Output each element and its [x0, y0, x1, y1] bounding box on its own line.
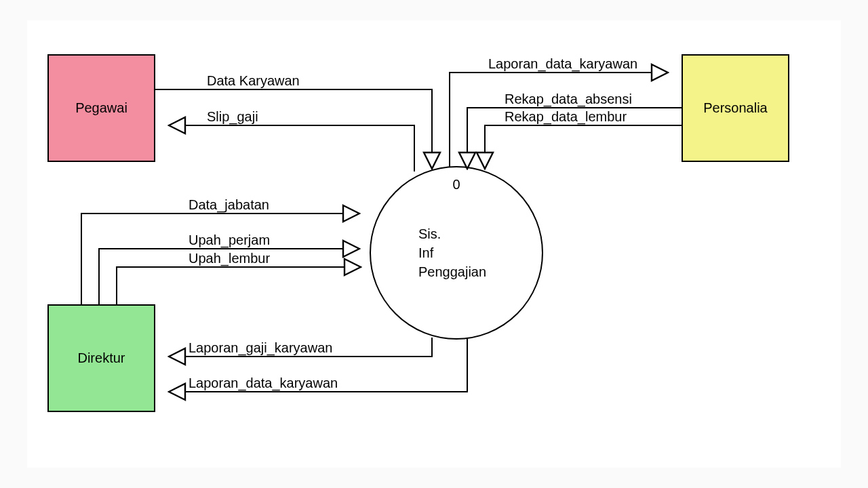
entity-personalia-label: Personalia [703, 100, 768, 116]
process-label: Sis. Inf Penggajian [418, 224, 486, 281]
flow-label-slip-gaji: Slip_gaji [207, 109, 258, 125]
entity-direktur: Direktur [47, 304, 155, 412]
flow-label-upah-lembur: Upah_lembur [189, 251, 270, 266]
flow-upah-lembur [117, 267, 359, 304]
flow-label-rekap-data-absensi: Rekap_data_absensi [505, 92, 632, 107]
flow-label-data-jabatan: Data_jabatan [189, 197, 269, 213]
entity-direktur-label: Direktur [77, 350, 125, 366]
process-0: 0 Sis. Inf Penggajian [370, 166, 543, 340]
flow-slip-gaji [170, 125, 414, 171]
flow-label-upah-perjam: Upah_perjam [189, 232, 270, 248]
flow-data-karyawan [155, 89, 432, 167]
flow-label-data-karyawan: Data Karyawan [207, 73, 300, 89]
flow-label-rekap-data-lembur: Rekap_data_lembur [505, 109, 627, 125]
flow-label-laporan-data-karyawan-top: Laporan_data_karyawan [488, 56, 637, 72]
entity-personalia: Personalia [682, 54, 789, 162]
entity-pegawai: Pegawai [47, 54, 155, 162]
flow-label-laporan-gaji-karyawan: Laporan_gaji_karyawan [189, 340, 332, 356]
entity-pegawai-label: Pegawai [75, 100, 127, 116]
flow-label-laporan-data-karyawan-bot: Laporan_data_karyawan [189, 375, 338, 391]
diagram-canvas: Pegawai Personalia Direktur 0 Sis. Inf P… [27, 20, 841, 468]
flow-rekap-data-lembur [485, 125, 682, 167]
process-id: 0 [371, 177, 542, 192]
